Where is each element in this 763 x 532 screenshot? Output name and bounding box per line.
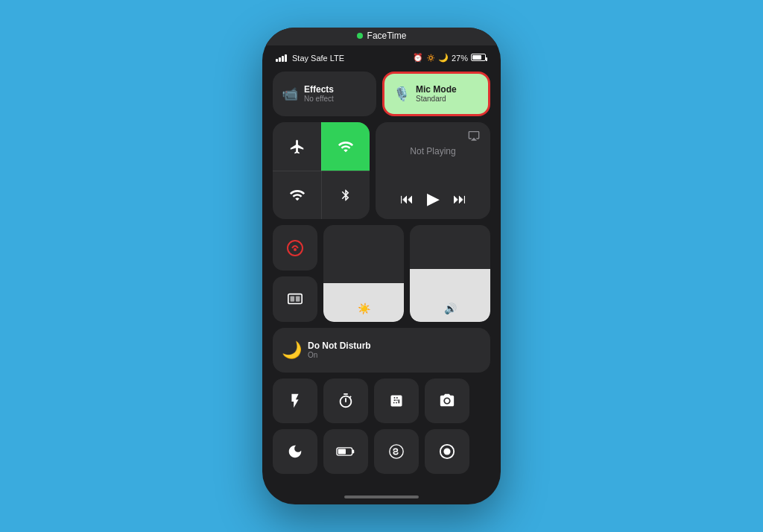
dnd-sublabel: On	[308, 351, 371, 360]
camera-icon	[438, 393, 456, 409]
shazam-icon	[388, 443, 405, 460]
mic-mode-sublabel: Standard	[416, 95, 457, 104]
not-playing-label: Not Playing	[386, 146, 480, 156]
calculator-icon	[389, 393, 404, 409]
signal-bar-2	[279, 57, 281, 62]
row-sliders: ☀️ 🔊	[273, 225, 490, 322]
effects-tile[interactable]: 📹 Effects No effect	[273, 72, 376, 116]
timer-tile[interactable]	[323, 379, 368, 423]
screen-mirror-icon	[287, 291, 303, 308]
media-controls: ⏮ ▶ ⏭	[386, 189, 480, 212]
volume-slider[interactable]: 🔊	[410, 225, 490, 322]
volume-icon: 🔊	[444, 303, 457, 314]
dark-mode-icon	[287, 443, 303, 460]
airplay-icon[interactable]	[468, 130, 480, 142]
small-tiles-group	[273, 225, 317, 322]
svg-rect-4	[296, 296, 300, 301]
play-button[interactable]: ▶	[427, 189, 440, 209]
camera-tile[interactable]	[425, 379, 469, 423]
dnd-label: Do Not Disturb	[308, 341, 371, 351]
timer-icon	[338, 393, 354, 409]
svg-point-10	[443, 448, 450, 455]
airplay-wrap	[386, 130, 480, 142]
svg-point-1	[294, 248, 297, 251]
screen-record-tile[interactable]	[425, 429, 469, 474]
dnd-text: Do Not Disturb On	[308, 341, 371, 360]
moon-dnd-icon: 🌙	[282, 341, 302, 360]
mic-mode-label: Mic Mode	[416, 84, 457, 95]
signal-bar-4	[285, 54, 287, 62]
battery-percent: 27%	[452, 54, 468, 63]
home-indicator	[344, 495, 419, 498]
signal-bar-1	[276, 59, 278, 62]
shazam-tile[interactable]	[374, 429, 419, 474]
flashlight-icon	[287, 393, 303, 409]
sliders-wrap: ☀️ 🔊	[323, 225, 490, 322]
effects-sublabel: No effect	[304, 95, 334, 104]
battery-tile-icon	[336, 445, 355, 458]
moon-icon: 🌙	[438, 53, 449, 63]
status-bar: Stay Safe LTE ⏰ 🔅 🌙 27%	[262, 45, 501, 66]
brightness-icon: ☀️	[358, 303, 370, 314]
next-track-button[interactable]: ⏭	[453, 191, 466, 207]
facetime-bar: FaceTime	[262, 28, 501, 45]
carrier-label: Stay Safe LTE	[292, 54, 344, 63]
screen-lock-tile[interactable]	[273, 225, 317, 270]
facetime-active-dot	[357, 33, 363, 39]
mic-mode-text: Mic Mode Standard	[416, 84, 457, 104]
mic-mode-tile[interactable]: 🎙️ Mic Mode Standard	[382, 72, 490, 116]
facetime-label: FaceTime	[367, 31, 407, 41]
row-dnd: 🌙 Do Not Disturb On	[273, 328, 490, 373]
control-center: 📹 Effects No effect 🎙️ Mic Mode Standard	[262, 66, 501, 480]
wifi-button[interactable]	[273, 171, 321, 219]
cellular-button[interactable]	[321, 122, 370, 171]
row-connectivity-media: Not Playing ⏮ ▶ ⏭	[273, 122, 490, 219]
dnd-tile[interactable]: 🌙 Do Not Disturb On	[273, 328, 490, 373]
svg-rect-6	[338, 449, 346, 455]
status-left: Stay Safe LTE	[276, 54, 344, 63]
battery-icon	[471, 54, 487, 63]
status-right: ⏰ 🔅 🌙 27%	[413, 53, 487, 63]
mic-icon: 🎙️	[393, 86, 410, 102]
bottom-row	[273, 429, 490, 474]
prev-track-button[interactable]: ⏮	[400, 191, 414, 207]
connectivity-group	[273, 122, 370, 219]
utility-row	[273, 379, 490, 423]
bluetooth-button[interactable]	[321, 171, 370, 219]
screen-lock-icon	[286, 239, 304, 257]
video-effects-icon: 📹	[282, 86, 298, 102]
effects-label: Effects	[304, 84, 334, 95]
phone-frame: FaceTime Stay Safe LTE ⏰ 🔅 🌙 27%	[262, 28, 501, 504]
media-tile: Not Playing ⏮ ▶ ⏭	[376, 122, 490, 219]
dark-mode-tile[interactable]	[273, 429, 317, 474]
effects-text: Effects No effect	[304, 84, 334, 104]
brightness-slider[interactable]: ☀️	[323, 225, 404, 322]
flashlight-tile[interactable]	[273, 379, 317, 423]
screen-record-icon	[439, 443, 455, 460]
location-icon: 🔅	[426, 54, 435, 62]
battery-tile[interactable]	[323, 429, 368, 474]
airplane-mode-button[interactable]	[273, 122, 321, 171]
svg-rect-7	[352, 449, 355, 453]
row-effects-mic: 📹 Effects No effect 🎙️ Mic Mode Standard	[273, 72, 490, 116]
alarm-icon: ⏰	[413, 53, 423, 63]
screen-mirror-tile[interactable]	[273, 276, 317, 322]
svg-rect-3	[291, 296, 295, 301]
signal-bars-icon	[276, 54, 287, 62]
connectivity-divider-v	[321, 122, 322, 219]
calculator-tile[interactable]	[374, 379, 419, 423]
signal-bar-3	[282, 56, 284, 62]
